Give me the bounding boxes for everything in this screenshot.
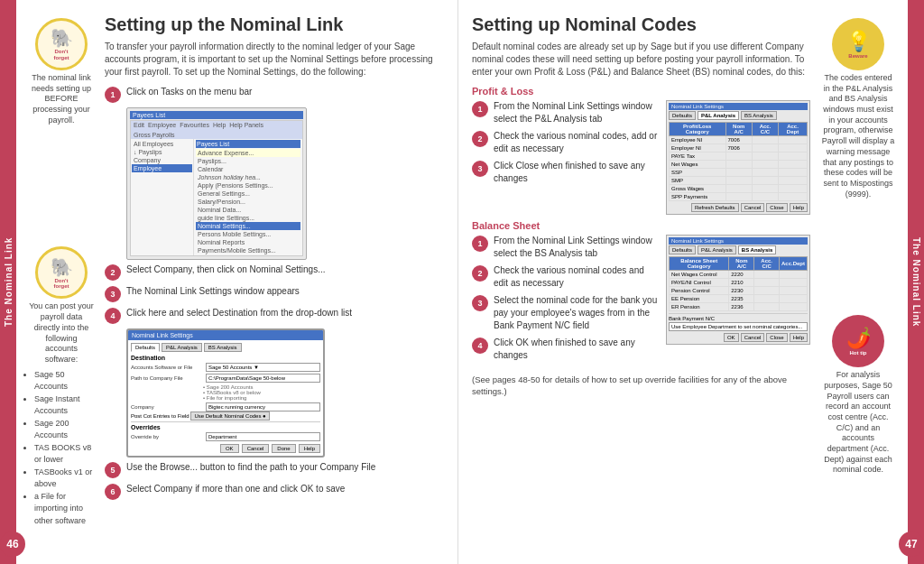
step-4-num: 4 (105, 308, 121, 324)
tab-bs-analysis: BS Analysis (204, 343, 242, 352)
step-1-text: Click on Tasks on the menu bar (126, 86, 444, 98)
step-5: 5 Use the Browse... button to find the p… (105, 461, 444, 478)
left-page-title: Setting up the Nominal Link (105, 14, 444, 35)
bs-step-4-text: Click OK when finished to save any chang… (494, 337, 661, 362)
right-page: Setting up Nominal Codes Default nominal… (458, 0, 908, 564)
bs-step-4-num: 4 (472, 337, 488, 354)
right-intro-text: Default nominal codes are already set up… (472, 41, 810, 79)
step-4-text: Click here and select Destination from t… (126, 307, 444, 319)
pl-step-2-num: 2 (472, 131, 488, 147)
help-btn[interactable]: Help (299, 444, 320, 453)
bs-step-1: 1 From the Nominal Link Settings window … (472, 235, 661, 260)
right-sidebar: 💡 Beware The codes entered in the P&L An… (818, 14, 899, 476)
dialog-screenshot: Nominal Link Settings Defaults P&L Analy… (126, 328, 325, 458)
step-3-text: The Nominal Link Settings window appears (126, 285, 444, 298)
step-1-num: 1 (105, 87, 121, 103)
pl-step-1-text: From the Nominal Link Settings window se… (494, 100, 661, 125)
step-2-text: Select Company, then click on Nominal Se… (126, 264, 444, 276)
pl-step-3-num: 3 (472, 161, 488, 177)
step-1: 1 Click on Tasks on the menu bar (105, 86, 444, 103)
bs-step-1-text: From the Nominal Link Settings window se… (494, 235, 661, 260)
right-side-tab: The Nominal Link (908, 0, 924, 564)
dont-forget-1-text: The nominal link needs setting up BEFORE… (29, 73, 94, 125)
step-2-num: 2 (105, 264, 121, 281)
form-row-path: Path to Company File C:\ProgramData\Sage… (131, 374, 320, 383)
left-intro-text: To transfer your payroll information dir… (105, 41, 444, 79)
right-page-title: Setting up Nominal Codes (472, 14, 810, 35)
left-page: 🐘 Don'tforget The nominal link needs set… (16, 0, 458, 564)
bs-step-3: 3 Select the nominal code for the bank y… (472, 294, 661, 332)
beware-text: The codes entered in the P&L Analysis an… (821, 73, 895, 199)
pl-step-1: 1 From the Nominal Link Settings window … (472, 100, 661, 125)
cancel-btn[interactable]: Cancel (242, 444, 270, 453)
bottom-note: (See pages 48-50 for details of how to s… (472, 374, 810, 398)
bs-step-1-num: 1 (472, 236, 488, 252)
pl-step-3: 3 Click Close when finished to save any … (472, 160, 661, 185)
bs-step-2-text: Check the various nominal codes and edit… (494, 264, 661, 290)
bs-step-4: 4 Click OK when finished to save any cha… (472, 337, 661, 362)
hot-tip-text: For analysis purposes, Sage 50 Payroll u… (821, 370, 895, 476)
menu-screenshot: Payees List EditEmployeeFavouritesHelpHe… (126, 107, 307, 260)
pl-step-3-text: Click Close when finished to save any ch… (494, 160, 661, 185)
left-sidebar: 🐘 Don'tforget The nominal link needs set… (25, 14, 97, 527)
pl-step-2: 2 Check the various nominal codes, add o… (472, 130, 661, 155)
step-2: 2 Select Company, then click on Nominal … (105, 264, 444, 281)
step-5-num: 5 (105, 462, 121, 478)
form-row-company: Company Bigtec running currency (131, 402, 320, 411)
dialog-tabs: Defaults P&L Analysis BS Analysis (131, 343, 320, 352)
step-3-num: 3 (105, 286, 121, 302)
page-num-right: 47 (899, 532, 924, 557)
right-main-content: Setting up Nominal Codes Default nominal… (472, 14, 810, 476)
bs-step-2: 2 Check the various nominal codes and ed… (472, 264, 661, 290)
step-6-num: 6 (105, 484, 121, 500)
balance-sheet-heading: Balance Sheet (472, 220, 810, 231)
done-btn[interactable]: Done (272, 444, 295, 453)
pl-step-2-text: Check the various nominal codes, add or … (494, 130, 661, 155)
dont-forget-2-text: You can post your payroll data directly … (29, 301, 94, 365)
bs-step-3-num: 3 (472, 295, 488, 311)
step-6: 6 Select Company if more than one and cl… (105, 483, 444, 500)
tab-pl-analysis: P&L Analysis (162, 343, 202, 352)
left-side-tab: The Nominal Link (0, 0, 16, 564)
form-row-override: Override by Department (131, 432, 320, 441)
step-5-text: Use the Browse... button to find the pat… (126, 461, 444, 474)
step-4: 4 Click here and select Destination from… (105, 307, 444, 324)
profit-loss-heading: Profit & Loss (472, 86, 810, 97)
step-3: 3 The Nominal Link Settings window appea… (105, 285, 444, 302)
page-num-left: 46 (0, 532, 25, 557)
dialog-title: Nominal Link Settings (128, 330, 323, 340)
form-row-software: Accounts Software or File Sage 50 Accoun… (131, 363, 320, 372)
dialog-buttons: OK Cancel Done Help (131, 444, 320, 453)
left-main-content: Setting up the Nominal Link To transfer … (105, 14, 444, 527)
tab-defaults: Defaults (131, 343, 160, 352)
ok-btn[interactable]: OK (220, 444, 239, 453)
software-list: Sage 50 Accounts Sage Instant Accounts S… (25, 369, 97, 528)
step-6-text: Select Company if more than one and clic… (126, 483, 444, 495)
bs-step-3-text: Select the nominal code for the bank you… (494, 294, 661, 332)
bs-step-2-num: 2 (472, 265, 488, 282)
pl-step-1-num: 1 (472, 101, 488, 117)
